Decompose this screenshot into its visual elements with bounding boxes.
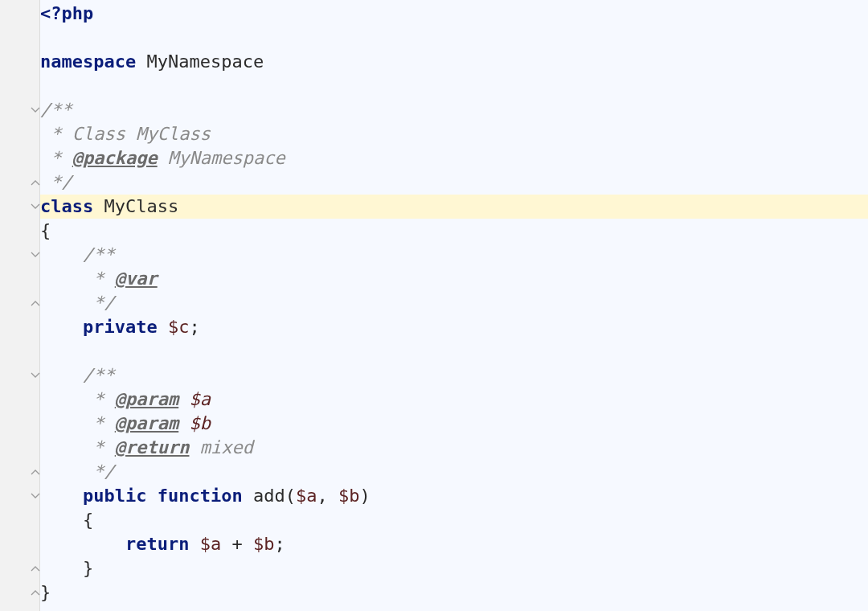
fold-open-icon[interactable]	[31, 250, 40, 260]
code-line[interactable]: * @package MyNamespace	[40, 146, 868, 170]
token-var: $a	[200, 532, 222, 556]
token-cmt: *	[83, 412, 115, 436]
token-kw: function	[158, 484, 253, 508]
token-cmt: * Class MyClass	[40, 122, 211, 146]
code-line[interactable]	[40, 339, 868, 363]
token-cmt: */	[40, 170, 72, 195]
token-punc: )	[359, 484, 370, 508]
fold-close-icon[interactable]	[31, 564, 40, 573]
gutter[interactable]	[0, 0, 40, 611]
code-line[interactable]	[40, 26, 868, 50]
token-cmt: *	[83, 267, 115, 291]
token-cmt: mixed	[189, 436, 252, 460]
token-var: $c	[168, 315, 190, 339]
token-punc: {	[40, 219, 51, 243]
token-punc: }	[83, 556, 93, 580]
code-line[interactable]: * @param $b	[40, 412, 868, 436]
code-line[interactable]: */	[40, 460, 868, 484]
code-line[interactable]: public function add($a, $b)	[40, 484, 868, 508]
fold-close-icon[interactable]	[31, 298, 40, 308]
fold-close-icon[interactable]	[31, 467, 40, 477]
token-varC: $b	[189, 412, 211, 436]
code-line[interactable]: }	[40, 556, 868, 580]
token-tag: @param	[115, 388, 178, 412]
code-line[interactable]: */	[40, 291, 868, 315]
code-line[interactable]: * Class MyClass	[40, 122, 868, 146]
token-punc: ;	[189, 315, 199, 339]
token-cmt: MyNamespace	[158, 146, 285, 170]
token-cmt: /**	[40, 98, 72, 122]
fold-open-icon[interactable]	[31, 105, 40, 115]
code-line[interactable]: * @param $a	[40, 388, 868, 412]
token-punc: ;	[274, 532, 285, 556]
token-var: $a	[296, 484, 317, 508]
code-line[interactable]: <?php	[40, 2, 868, 26]
code-line[interactable]	[40, 74, 868, 98]
fold-close-icon[interactable]	[31, 588, 40, 597]
code-line[interactable]: /**	[40, 363, 868, 388]
code-editor[interactable]: <?phpnamespace MyNamespace/** * Class My…	[0, 0, 868, 611]
token-punc: +	[221, 532, 253, 556]
token-punc: {	[83, 508, 93, 532]
token-tag: @package	[72, 146, 158, 170]
token-varC: $a	[189, 388, 211, 412]
token-kw: public	[83, 484, 158, 508]
token-var: $b	[338, 484, 360, 508]
code-line[interactable]: namespace MyNamespace	[40, 50, 868, 74]
token-cmt	[178, 412, 189, 436]
token-cmt: *	[83, 388, 115, 412]
token-kw: <?php	[40, 2, 93, 26]
token-cmt	[178, 388, 189, 412]
code-line[interactable]: return $a + $b;	[40, 532, 868, 556]
code-area[interactable]: <?phpnamespace MyNamespace/** * Class My…	[40, 0, 868, 611]
token-punc: ,	[317, 484, 338, 508]
token-kw: return	[125, 532, 200, 556]
token-punc: (	[285, 484, 296, 508]
code-line[interactable]: * @return mixed	[40, 436, 868, 460]
token-tag: @return	[115, 436, 190, 460]
fold-open-icon[interactable]	[31, 202, 40, 211]
token-id: MyClass	[104, 195, 178, 219]
token-cmt: /**	[83, 243, 115, 267]
fold-open-icon[interactable]	[31, 371, 40, 380]
code-line[interactable]: class MyClass	[40, 195, 868, 219]
code-line[interactable]: /**	[40, 98, 868, 122]
token-var: $b	[253, 532, 275, 556]
code-line[interactable]: }	[40, 580, 868, 605]
code-line[interactable]: {	[40, 508, 868, 532]
token-id: MyNamespace	[146, 50, 264, 74]
token-kw: class	[40, 195, 104, 219]
token-cmt: /**	[83, 363, 115, 388]
code-line[interactable]: * @var	[40, 267, 868, 291]
token-kw: namespace	[40, 50, 146, 74]
token-tag: @param	[115, 412, 178, 436]
token-cmt: */	[83, 460, 115, 484]
token-cmt: */	[83, 291, 115, 315]
code-line[interactable]: /**	[40, 243, 868, 267]
fold-close-icon[interactable]	[31, 178, 40, 187]
token-punc: }	[40, 580, 51, 605]
token-kw: private	[83, 315, 168, 339]
token-cmt: *	[40, 146, 72, 170]
code-line[interactable]: {	[40, 219, 868, 243]
token-cmt: *	[83, 436, 115, 460]
token-tag: @var	[115, 267, 158, 291]
code-line[interactable]: private $c;	[40, 315, 868, 339]
token-id: add	[253, 484, 285, 508]
code-line[interactable]: */	[40, 170, 868, 195]
fold-open-icon[interactable]	[31, 491, 40, 501]
